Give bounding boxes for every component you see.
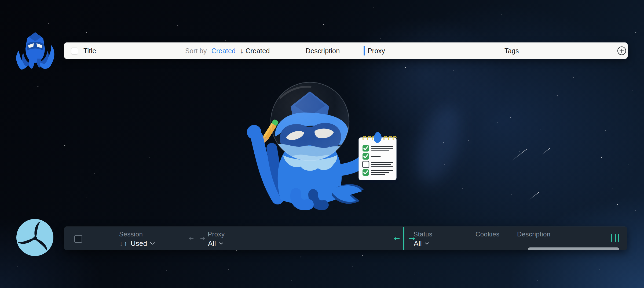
filter-proxy-value[interactable]: All [208, 239, 224, 248]
proxy-value-text[interactable]: All [208, 239, 216, 248]
filter-description-label[interactable]: Description [517, 231, 550, 238]
column-header-description[interactable]: Description [306, 47, 340, 55]
select-all-checkbox[interactable] [71, 48, 78, 55]
column-header-title[interactable]: Title [83, 47, 96, 55]
column-resize-indicator[interactable] [364, 46, 365, 56]
sort-by-label: Sort by [185, 47, 207, 54]
octo-app-logo[interactable] [15, 28, 56, 70]
table-header-bar: Title Sort by Created ↓ Created Descript… [64, 42, 628, 59]
sort-control[interactable]: Sort by Created ↓ [185, 46, 243, 55]
select-all-checkbox-dark[interactable] [74, 235, 82, 243]
resize-left-arrow-teal-icon [393, 236, 400, 241]
column-divider[interactable] [197, 229, 197, 248]
octopus-mascot-illustration [243, 76, 398, 210]
active-column-resize-handle[interactable] [403, 227, 404, 250]
filter-session-label: Session [119, 231, 143, 238]
status-value-text[interactable]: All [414, 239, 422, 248]
horizontal-scrollbar-thumb[interactable] [528, 247, 619, 250]
sort-ascending-icon[interactable]: ↑ [124, 240, 127, 247]
chevron-down-icon [150, 242, 155, 245]
add-column-icon[interactable] [617, 46, 627, 56]
nebula-wisp [408, 100, 469, 189]
shooting-star [512, 149, 527, 161]
filter-status-label: Status [414, 231, 432, 238]
column-header-created[interactable]: Created [246, 47, 270, 55]
shuriken-round-logo[interactable] [16, 218, 54, 257]
column-divider [303, 46, 303, 55]
column-drag-handle[interactable] [611, 234, 619, 242]
sort-descending-icon[interactable]: ↓ [120, 240, 123, 247]
column-header-proxy[interactable]: Proxy [368, 47, 385, 55]
shooting-star [542, 148, 551, 155]
column-header-tags[interactable]: Tags [504, 47, 519, 55]
column-divider [501, 46, 501, 55]
star-field-bright [0, 0, 1, 1]
filter-cookies-label[interactable]: Cookies [475, 231, 500, 238]
filter-session-value[interactable]: ↓ ↑ Used [120, 239, 155, 248]
chevron-down-icon [425, 242, 429, 245]
resize-left-arrow-icon [188, 236, 194, 240]
chevron-down-icon [219, 242, 224, 245]
app-window: Title Sort by Created ↓ Created Descript… [0, 0, 644, 288]
shooting-star [529, 192, 539, 200]
session-value-text[interactable]: Used [131, 239, 147, 248]
sort-field-value[interactable]: Created [211, 47, 236, 54]
resize-right-arrow-icon [200, 236, 206, 240]
checklist-notepad [359, 132, 398, 183]
filter-proxy-label: Proxy [208, 231, 225, 238]
sort-direction-icon[interactable]: ↓ [240, 46, 243, 55]
filter-status-value[interactable]: All [414, 239, 429, 248]
filter-bar: Session ↓ ↑ Used Proxy All [64, 226, 627, 250]
